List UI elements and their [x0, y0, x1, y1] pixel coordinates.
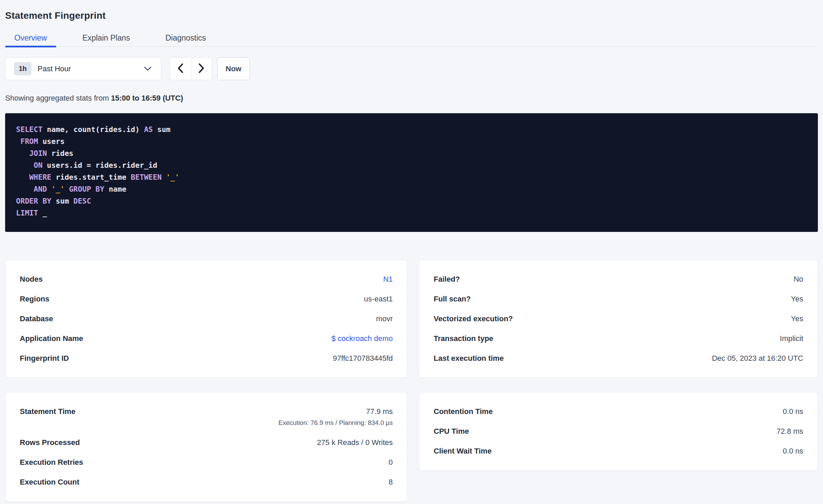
sql-line: ORDER BY sum DESC [16, 195, 807, 207]
contention-time-value: 0.0 ns [783, 407, 803, 416]
stat-row-client-wait-time: Client Wait Time 0.0 ns [434, 447, 803, 455]
sql-line: FROM users [16, 135, 807, 147]
contention-time-label: Contention Time [434, 407, 493, 416]
sql-line: ON users.id = rides.rider_id [16, 159, 807, 171]
execution-retries-value: 0 [389, 458, 393, 466]
tab-overview-label: Overview [14, 33, 47, 43]
database-label: Database [20, 315, 53, 323]
application-name-link[interactable]: $ cockroach demo [331, 335, 393, 343]
tab-diagnostics-label: Diagnostics [165, 33, 206, 43]
stat-row-vectorized: Vectorized execution? Yes [434, 315, 803, 323]
stat-row-rows-processed: Rows Processed 275 k Reads / 0 Writes [20, 439, 393, 447]
statement-fingerprint-page: Statement Fingerprint Overview Explain P… [0, 10, 823, 502]
regions-value: us-east1 [364, 295, 393, 303]
rows-processed-label: Rows Processed [20, 439, 80, 447]
stat-row-contention-time: Contention Time 0.0 ns [434, 407, 803, 416]
sql-line: SELECT name, count(rides.id) AS sum [16, 123, 807, 135]
fingerprint-id-value: 97ffc170783445fd [333, 354, 393, 362]
statement-time-breakdown: Execution: 76.9 ms / Planning: 834.0 µs [279, 419, 393, 427]
full-scan-value: Yes [791, 295, 803, 303]
tab-overview[interactable]: Overview [5, 29, 56, 46]
nodes-link[interactable]: N1 [383, 275, 393, 283]
overview-card-left: Nodes N1 Regions us-east1 Database movr … [5, 260, 407, 378]
chevron-left-icon [177, 63, 183, 75]
database-value: movr [376, 315, 393, 323]
next-interval-button[interactable] [191, 58, 212, 80]
regions-label: Regions [20, 295, 49, 303]
stat-row-database: Database movr [20, 315, 393, 323]
statement-time-value: 77.9 ms Execution: 76.9 ms / Planning: 8… [279, 407, 393, 427]
now-button[interactable]: Now [217, 57, 250, 80]
aggregated-stats-caption: Showing aggregated stats from15:00 to 16… [5, 94, 818, 103]
full-scan-label: Full scan? [434, 295, 471, 303]
sql-line: LIMIT _ [16, 207, 807, 219]
caption-prefix: Showing aggregated stats from [5, 94, 109, 102]
page-title: Statement Fingerprint [5, 10, 818, 21]
stat-row-full-scan: Full scan? Yes [434, 295, 803, 303]
client-wait-time-label: Client Wait Time [434, 447, 492, 455]
cpu-time-label: CPU Time [434, 427, 469, 435]
overview-card-right: Failed? No Full scan? Yes Vectorized exe… [419, 260, 818, 378]
vectorized-value: Yes [791, 315, 803, 323]
tab-explain-plans[interactable]: Explain Plans [73, 29, 139, 46]
time-range-dropdown[interactable]: 1h Past Hour [5, 57, 161, 80]
tab-explain-plans-label: Explain Plans [83, 33, 130, 43]
summary-cards: Nodes N1 Regions us-east1 Database movr … [5, 260, 818, 502]
client-wait-time-value: 0.0 ns [783, 447, 803, 455]
time-step-buttons [170, 57, 212, 80]
last-execution-time-value: Dec 05, 2023 at 16:20 UTC [712, 354, 803, 362]
transaction-type-label: Transaction type [434, 335, 493, 343]
vectorized-label: Vectorized execution? [434, 315, 513, 323]
sql-line: AND '_' GROUP BY name [16, 183, 807, 195]
statement-time-label: Statement Time [20, 407, 75, 416]
time-range-label: Past Hour [38, 64, 71, 73]
execution-retries-label: Execution Retries [20, 458, 83, 466]
stat-row-regions: Regions us-east1 [20, 295, 393, 303]
stat-row-nodes: Nodes N1 [20, 275, 393, 283]
stat-row-execution-count: Execution Count 8 [20, 478, 393, 486]
execution-count-value: 8 [389, 478, 393, 486]
time-range-badge: 1h [14, 62, 31, 75]
stats-card-right: Contention Time 0.0 ns CPU Time 72.8 ms … [419, 392, 818, 471]
execution-count-label: Execution Count [20, 478, 79, 486]
stat-row-fingerprint-id: Fingerprint ID 97ffc170783445fd [20, 354, 393, 362]
stat-row-execution-retries: Execution Retries 0 [20, 458, 393, 466]
rows-processed-value: 275 k Reads / 0 Writes [317, 439, 393, 447]
cpu-time-value: 72.8 ms [777, 427, 803, 435]
sql-line: JOIN rides [16, 147, 807, 159]
transaction-type-value: Implicit [780, 335, 803, 343]
sql-statement-box: SELECT name, count(rides.id) AS sum FROM… [5, 113, 818, 232]
time-controls: 1h Past Hour [5, 57, 818, 80]
stat-row-transaction-type: Transaction type Implicit [434, 335, 803, 343]
caption-time-range: 15:00 to 16:59 (UTC) [111, 94, 183, 102]
nodes-label: Nodes [20, 275, 43, 283]
chevron-down-icon [144, 66, 151, 71]
stat-row-failed: Failed? No [434, 275, 803, 283]
active-tab-underline [5, 46, 56, 47]
stat-row-statement-time: Statement Time 77.9 ms Execution: 76.9 m… [20, 407, 393, 427]
stat-row-application-name: Application Name $ cockroach demo [20, 335, 393, 343]
tab-diagnostics[interactable]: Diagnostics [156, 29, 215, 46]
stat-row-last-execution-time: Last execution time Dec 05, 2023 at 16:2… [434, 354, 803, 362]
tab-bar: Overview Explain Plans Diagnostics [5, 29, 818, 47]
sql-line: WHERE rides.start_time BETWEEN '_' [16, 171, 807, 183]
stat-row-cpu-time: CPU Time 72.8 ms [434, 427, 803, 435]
fingerprint-id-label: Fingerprint ID [20, 354, 69, 362]
now-button-label: Now [226, 64, 241, 73]
chevron-right-icon [198, 63, 205, 75]
stats-card-left: Statement Time 77.9 ms Execution: 76.9 m… [5, 392, 407, 502]
application-name-label: Application Name [20, 335, 83, 343]
previous-interval-button[interactable] [170, 58, 191, 80]
failed-label: Failed? [434, 275, 460, 283]
last-execution-time-label: Last execution time [434, 354, 504, 362]
failed-value: No [794, 275, 803, 283]
